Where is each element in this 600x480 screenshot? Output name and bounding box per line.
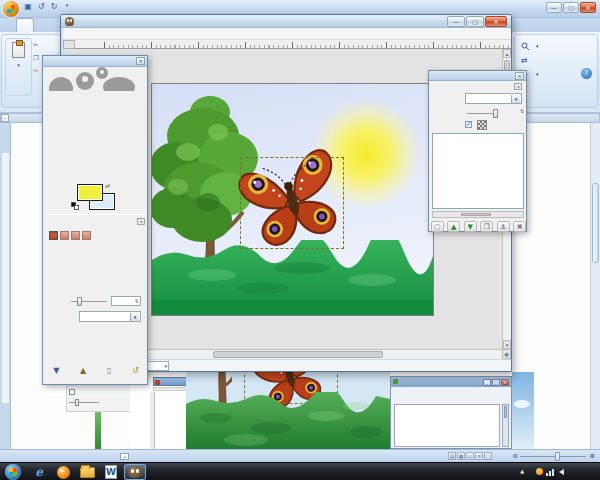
outline-view-icon[interactable]: ≡ [475,452,483,460]
gimp-wilber-icon [65,17,74,26]
layers-menu-icon[interactable]: ◂ [514,83,522,90]
delete-options-icon[interactable]: ▯ [107,366,111,375]
layer-mode-dropdown[interactable] [465,93,522,104]
gimp-minimize-button[interactable]: — [447,16,465,27]
cut-button[interactable]: ✂ [33,39,63,50]
windows-logo-icon [9,468,17,476]
mode-replace-button[interactable] [49,231,58,240]
mode-add-button[interactable] [60,231,69,240]
selection-mode-row [47,231,91,240]
select-by-row [47,311,145,323]
paste-button[interactable]: ▾ [5,38,32,96]
gimp-taskbar-icon [128,466,142,478]
qat-dropdown-icon[interactable]: ▾ [62,2,72,11]
tab-selector-box[interactable]: ⌐ [1,114,9,122]
scroll-up-icon[interactable]: ▴ [503,49,511,58]
close-button[interactable]: ✕ [580,2,596,13]
print-layout-icon[interactable]: ▤ [448,452,456,460]
save-options-icon[interactable]: ▼ [53,366,59,375]
layer-buttons: ▢ ▲ ▼ ❐ ⚓ ✖ [429,220,528,233]
raise-layer-button[interactable]: ▲ [447,221,460,232]
word-icon: W [105,465,117,479]
lock-checkbox[interactable] [465,121,472,128]
volume-icon[interactable] [559,469,564,475]
undo-icon[interactable]: ↺ [36,2,46,11]
threshold-slider-thumb[interactable] [77,297,82,306]
tool-options-buttons: ▼ ▲ ▯ ↺ [43,362,149,378]
word-scrollbar[interactable] [590,123,600,449]
duplicate-layer-button[interactable]: ❐ [480,221,493,232]
view-mode-buttons: ▤▦▭≡▢ [448,452,492,460]
zoom-out-icon[interactable]: ⊖ [513,452,518,460]
zoom-slider-thumb[interactable] [555,452,560,461]
tab-home[interactable] [16,18,34,32]
gimp-title-bar[interactable]: — ▢ ✕ [61,15,511,28]
taskbar-explorer-button[interactable] [76,464,98,480]
minimize-button[interactable]: — [546,2,562,13]
network-icon[interactable] [546,469,554,476]
mode-intersect-button[interactable] [82,231,91,240]
default-colors-icon[interactable] [71,202,79,210]
tool-options-panel: ◂ [47,218,145,338]
gimp-close-button[interactable]: ✕ [485,16,507,27]
brushes-window-icon [393,379,398,384]
brushes-close-icon: ✕ [501,379,509,386]
replace-button[interactable]: ⇄ [521,54,531,66]
layers-title-bar[interactable]: ✕ [429,71,526,81]
start-button[interactable] [5,464,21,480]
opacity-spin-icon[interactable]: ⇅ [520,108,524,114]
ruler-corner-box[interactable] [63,40,75,49]
layers-close-icon[interactable]: ✕ [515,72,524,80]
delete-layer-button[interactable]: ✖ [513,221,526,232]
restore-options-icon[interactable]: ▲ [80,366,86,375]
draft-view-icon[interactable]: ▢ [484,452,492,460]
embedded-brushes-dialog: _□✕ [390,376,512,449]
canvas-navigation-icon[interactable]: ✥ [502,349,511,359]
help-icon[interactable]: ? [581,68,592,79]
web-layout-icon[interactable]: ▭ [466,452,474,460]
office-button[interactable] [3,1,19,17]
embedded-gimp-icon [155,380,160,385]
spellcheck-icon[interactable]: ✓ [120,453,129,460]
gimp-image[interactable] [151,83,434,316]
tray-expand-icon[interactable]: ▲ [520,468,524,474]
threshold-spinbox[interactable] [111,296,141,306]
layers-hscrollbar[interactable] [432,211,524,218]
save-icon[interactable]: ▣ [23,2,33,11]
office-logo-icon [7,5,15,13]
paste-icon [12,42,25,58]
gimp-toolbox-window: ✕ ⇄ ◂ [42,55,148,385]
reset-options-icon[interactable]: ↺ [132,366,139,375]
canvas-zoom-combobox[interactable] [147,361,169,371]
taskbar-media-player-button[interactable] [52,464,74,480]
find-button[interactable]: ▾ [521,40,539,52]
brush-grid [394,404,500,447]
taskbar-ie-button[interactable]: e [28,464,50,480]
anchor-layer-button[interactable]: ⚓ [497,221,510,232]
toolbox-close-icon[interactable]: ✕ [136,57,145,65]
opacity-slider-track[interactable] [467,113,495,114]
embedded-threshold-slider [69,402,99,403]
gimp-maximize-button[interactable]: ▢ [466,16,484,27]
lower-layer-button[interactable]: ▼ [464,221,477,232]
toolbox-title-bar[interactable]: ✕ [43,56,147,67]
tray-update-icon[interactable] [536,468,543,475]
taskbar-gimp-button[interactable] [124,464,146,480]
paste-dropdown-icon[interactable]: ▾ [6,62,31,68]
tool-options-menu-icon[interactable]: ◂ [137,218,145,225]
foreground-color-swatch[interactable] [77,184,103,201]
lock-alpha-icon[interactable] [477,120,487,130]
redo-icon[interactable]: ↻ [49,2,59,11]
opacity-slider-thumb[interactable] [493,109,498,118]
mode-subtract-button[interactable] [71,231,80,240]
swap-colors-icon[interactable]: ⇄ [105,182,110,189]
zoom-in-icon[interactable]: ⊕ [590,452,595,460]
embedded-sky-image [512,372,534,449]
new-layer-button[interactable]: ▢ [431,221,444,232]
select-by-dropdown[interactable] [79,311,141,322]
restore-button[interactable]: ▢ [563,2,579,13]
taskbar-word-button[interactable]: W [100,464,122,480]
scroll-down-icon[interactable]: ▾ [503,340,511,349]
zoom-slider-track[interactable] [520,456,586,457]
fullscreen-view-icon[interactable]: ▦ [457,452,465,460]
